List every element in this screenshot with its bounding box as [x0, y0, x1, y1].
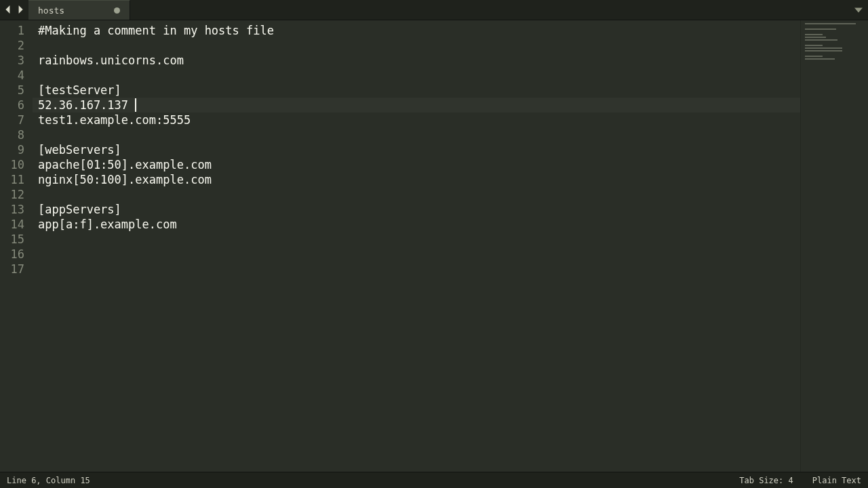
line-number-gutter: 1234567891011121314151617	[0, 20, 33, 472]
status-syntax[interactable]: Plain Text	[812, 476, 861, 485]
line-number: 8	[0, 127, 33, 142]
line-number: 1	[0, 23, 33, 38]
line-number: 9	[0, 142, 33, 157]
code-line[interactable]	[33, 127, 800, 142]
code-line[interactable]	[33, 187, 800, 202]
minimap-line	[805, 56, 823, 57]
status-pos-prefix: Line	[7, 476, 31, 485]
tabbar-spacer	[130, 0, 849, 20]
code-line[interactable]: nginx[50:100].example.com	[33, 172, 800, 187]
text-cursor	[135, 98, 136, 112]
line-number: 11	[0, 172, 33, 187]
line-number: 10	[0, 157, 33, 172]
code-line[interactable]	[33, 232, 800, 247]
status-column-number: 15	[80, 476, 90, 485]
code-line[interactable]	[33, 38, 800, 53]
tab-dropdown-icon[interactable]	[849, 0, 868, 20]
nav-back-icon[interactable]	[3, 2, 14, 18]
code-line[interactable]: [webServers]	[33, 142, 800, 157]
line-number: 7	[0, 113, 33, 127]
minimap[interactable]	[800, 20, 868, 472]
line-number: 16	[0, 247, 33, 262]
line-number: 2	[0, 38, 33, 53]
code-line[interactable]: 52.36.167.137	[33, 98, 800, 113]
code-line[interactable]: [testServer]	[33, 83, 800, 98]
code-line[interactable]: apache[01:50].example.com	[33, 157, 800, 172]
line-number: 14	[0, 217, 33, 232]
code-line[interactable]: app[a:f].example.com	[33, 217, 800, 232]
code-line[interactable]: [appServers]	[33, 202, 800, 217]
dirty-indicator-icon	[114, 7, 120, 14]
code-content[interactable]: #Making a comment in my hosts filerainbo…	[33, 20, 800, 472]
line-number: 13	[0, 202, 33, 217]
status-cursor-position[interactable]: Line 6, Column 15	[7, 476, 90, 485]
minimap-line	[805, 28, 836, 30]
line-number: 5	[0, 83, 33, 98]
nav-forward-icon[interactable]	[15, 2, 26, 18]
line-number: 17	[0, 262, 33, 277]
line-number: 4	[0, 68, 33, 83]
code-line[interactable]: #Making a comment in my hosts file	[33, 23, 800, 38]
line-number: 6	[0, 98, 33, 113]
minimap-line	[805, 23, 856, 24]
code-line[interactable]	[33, 262, 800, 277]
editor-area: 1234567891011121314151617 #Making a comm…	[0, 20, 868, 472]
tab-bar: hosts	[0, 0, 868, 20]
line-number: 3	[0, 53, 33, 68]
code-line[interactable]	[33, 247, 800, 262]
minimap-line	[805, 45, 823, 46]
minimap-line	[805, 47, 842, 49]
code-line[interactable]	[33, 68, 800, 83]
minimap-line	[805, 58, 835, 60]
status-tab-size[interactable]: Tab Size: 4	[739, 476, 793, 485]
editor-window: hosts 1234567891011121314151617 #Making …	[0, 0, 868, 488]
minimap-line	[805, 34, 823, 35]
code-line[interactable]: rainbows.unicorns.com	[33, 53, 800, 68]
minimap-line	[805, 50, 842, 52]
code-line[interactable]: test1.example.com:5555	[33, 113, 800, 127]
minimap-line	[805, 37, 826, 38]
tab-hosts[interactable]: hosts	[28, 0, 130, 20]
status-bar: Line 6, Column 15 Tab Size: 4 Plain Text	[0, 472, 868, 488]
tab-title: hosts	[38, 5, 64, 16]
minimap-line	[805, 39, 837, 41]
line-number: 12	[0, 187, 33, 202]
status-pos-mid: , Column	[36, 476, 80, 485]
nav-arrows	[0, 0, 28, 20]
line-number: 15	[0, 232, 33, 247]
